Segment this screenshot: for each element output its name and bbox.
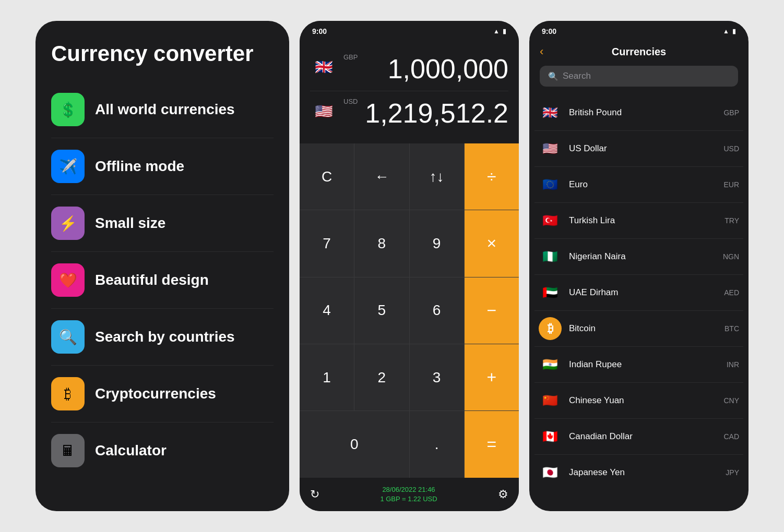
to-code: USD bbox=[343, 98, 358, 105]
battery-icon: ▮ bbox=[503, 28, 506, 35]
flag-inr: 🇮🇳 bbox=[539, 353, 562, 376]
curr-status-icons: ▲ ▮ bbox=[723, 28, 736, 35]
calc-keypad: C←↑↓÷789×456−123+0.= bbox=[300, 143, 519, 478]
currency-code-try: TRY bbox=[724, 216, 739, 225]
curr-status-bar: 9:00 ▲ ▮ bbox=[529, 21, 749, 39]
features-panel: Currency converter 💲 All world currencie… bbox=[35, 21, 289, 511]
search-bar[interactable]: 🔍 Search bbox=[540, 66, 738, 87]
calc-display: 🇬🇧 GBP 1,000,000 🇺🇸 USD 1,219,512.2 bbox=[300, 39, 519, 143]
currency-code-inr: INR bbox=[727, 360, 739, 369]
currency-item-inr[interactable]: 🇮🇳 Indian Rupee INR bbox=[534, 347, 743, 383]
feature-label-all-currencies: All world currencies bbox=[95, 101, 235, 118]
calc-key-C[interactable]: C bbox=[300, 143, 354, 210]
currency-item-aed[interactable]: 🇦🇪 UAE Dirham AED bbox=[534, 275, 743, 311]
feature-item-calculator[interactable]: 🖩 Calculator bbox=[51, 422, 274, 479]
flag-cny: 🇨🇳 bbox=[539, 389, 562, 412]
currency-code-cad: CAD bbox=[723, 432, 739, 441]
calc-key-0[interactable]: 0 bbox=[300, 411, 409, 477]
calc-key-_[interactable]: − bbox=[465, 277, 519, 344]
from-flag[interactable]: 🇬🇧 bbox=[310, 53, 337, 80]
calc-key-_[interactable]: . bbox=[410, 411, 464, 477]
calc-key-3[interactable]: 3 bbox=[410, 344, 464, 410]
currency-name-cad: Canadian Dollar bbox=[569, 431, 716, 442]
currency-name-btc: Bitcoin bbox=[569, 323, 717, 334]
feature-item-beautiful-design[interactable]: ❤️ Beautiful design bbox=[51, 252, 274, 309]
feature-item-cryptocurrencies[interactable]: ₿ Cryptocurrencies bbox=[51, 366, 274, 422]
feature-item-all-currencies[interactable]: 💲 All world currencies bbox=[51, 81, 274, 138]
currency-code-jpy: JPY bbox=[726, 468, 739, 477]
currency-item-ngn[interactable]: 🇳🇬 Nigerian Naira NGN bbox=[534, 239, 743, 275]
feature-item-offline-mode[interactable]: ✈️ Offline mode bbox=[51, 138, 274, 195]
calc-key-5[interactable]: 5 bbox=[354, 277, 409, 344]
currency-name-eur: Euro bbox=[569, 179, 716, 190]
wifi-icon: ▲ bbox=[493, 28, 500, 35]
feature-label-beautiful-design: Beautiful design bbox=[95, 272, 209, 288]
calc-key-2[interactable]: 2 bbox=[354, 344, 409, 410]
currency-code-eur: EUR bbox=[723, 180, 739, 189]
currency-name-gbp: British Pound bbox=[569, 107, 716, 118]
flag-jpy: 🇯🇵 bbox=[539, 461, 562, 484]
feature-label-cryptocurrencies: Cryptocurrencies bbox=[95, 385, 216, 402]
calc-key-7[interactable]: 7 bbox=[300, 210, 354, 276]
currency-item-try[interactable]: 🇹🇷 Turkish Lira TRY bbox=[534, 203, 743, 239]
status-bar: 9:00 ▲ ▮ bbox=[300, 21, 519, 39]
flag-try: 🇹🇷 bbox=[539, 209, 562, 232]
footer-rate: 1 GBP = 1.22 USD bbox=[380, 494, 437, 504]
back-button[interactable]: ‹ bbox=[540, 45, 555, 58]
flag-cad: 🇨🇦 bbox=[539, 425, 562, 448]
currency-name-cny: Chinese Yuan bbox=[569, 395, 716, 406]
currency-item-gbp[interactable]: 🇬🇧 British Pound GBP bbox=[534, 95, 743, 131]
from-code: GBP bbox=[343, 53, 358, 61]
feature-item-search-countries[interactable]: 🔍 Search by countries bbox=[51, 309, 274, 366]
feature-icon-beautiful-design: ❤️ bbox=[51, 263, 85, 297]
currencies-panel: 9:00 ▲ ▮ ‹ Currencies 🔍 Search 🇬🇧 Britis… bbox=[529, 21, 749, 511]
currency-name-jpy: Japanese Yen bbox=[569, 467, 718, 478]
calc-key-_[interactable]: = bbox=[465, 411, 519, 477]
currency-item-cny[interactable]: 🇨🇳 Chinese Yuan CNY bbox=[534, 383, 743, 419]
calc-key-4[interactable]: 4 bbox=[300, 277, 354, 344]
calc-key-__[interactable]: ↑↓ bbox=[410, 143, 464, 210]
currencies-header: ‹ Currencies 🔍 Search bbox=[529, 39, 749, 95]
currency-item-eur[interactable]: 🇪🇺 Euro EUR bbox=[534, 167, 743, 203]
flag-usd: 🇺🇸 bbox=[539, 137, 562, 160]
to-amount: 1,219,512.2 bbox=[364, 98, 508, 129]
feature-icon-small-size: ⚡ bbox=[51, 207, 85, 240]
currency-code-aed: AED bbox=[724, 288, 739, 297]
feature-label-offline-mode: Offline mode bbox=[95, 158, 184, 175]
feature-icon-search-countries: 🔍 bbox=[51, 320, 85, 354]
feature-item-small-size[interactable]: ⚡ Small size bbox=[51, 195, 274, 252]
feature-icon-offline-mode: ✈️ bbox=[51, 150, 85, 183]
currency-name-inr: Indian Rupee bbox=[569, 359, 719, 370]
calc-key-6[interactable]: 6 bbox=[410, 277, 464, 344]
feature-label-search-countries: Search by countries bbox=[95, 329, 235, 345]
feature-icon-cryptocurrencies: ₿ bbox=[51, 377, 85, 410]
currency-name-aed: UAE Dirham bbox=[569, 287, 717, 298]
calc-key-1[interactable]: 1 bbox=[300, 344, 354, 410]
currency-name-ngn: Nigerian Naira bbox=[569, 251, 716, 262]
currencies-top-bar: ‹ Currencies bbox=[540, 45, 738, 58]
currencies-list: 🇬🇧 British Pound GBP 🇺🇸 US Dollar USD 🇪🇺… bbox=[529, 95, 749, 511]
currency-code-gbp: GBP bbox=[723, 108, 739, 117]
calc-key-_[interactable]: ÷ bbox=[465, 143, 519, 210]
footer-rate-info: 28/06/2022 21:46 1 GBP = 1.22 USD bbox=[380, 485, 437, 504]
currency-item-cad[interactable]: 🇨🇦 Canadian Dollar CAD bbox=[534, 419, 743, 455]
refresh-icon[interactable]: ↻ bbox=[310, 488, 319, 501]
flag-ngn: 🇳🇬 bbox=[539, 245, 562, 268]
currency-item-usd[interactable]: 🇺🇸 US Dollar USD bbox=[534, 131, 743, 167]
to-currency-row: 🇺🇸 USD 1,219,512.2 bbox=[310, 91, 508, 135]
calc-key-_[interactable]: ← bbox=[354, 143, 409, 210]
settings-icon[interactable]: ⚙ bbox=[498, 488, 508, 501]
calc-key-_[interactable]: × bbox=[465, 210, 519, 276]
currency-item-btc[interactable]: ₿ Bitcoin BTC bbox=[534, 311, 743, 347]
calc-key-_[interactable]: + bbox=[465, 344, 519, 410]
currencies-title: Currencies bbox=[555, 46, 722, 58]
calc-key-8[interactable]: 8 bbox=[354, 210, 409, 276]
footer-date: 28/06/2022 21:46 bbox=[380, 485, 437, 494]
currency-item-jpy[interactable]: 🇯🇵 Japanese Yen JPY bbox=[534, 455, 743, 490]
feature-icon-all-currencies: 💲 bbox=[51, 93, 85, 126]
to-flag[interactable]: 🇺🇸 bbox=[310, 98, 337, 125]
flag-aed: 🇦🇪 bbox=[539, 281, 562, 304]
curr-battery-icon: ▮ bbox=[732, 28, 736, 35]
search-placeholder: Search bbox=[563, 71, 591, 81]
calc-key-9[interactable]: 9 bbox=[410, 210, 464, 276]
